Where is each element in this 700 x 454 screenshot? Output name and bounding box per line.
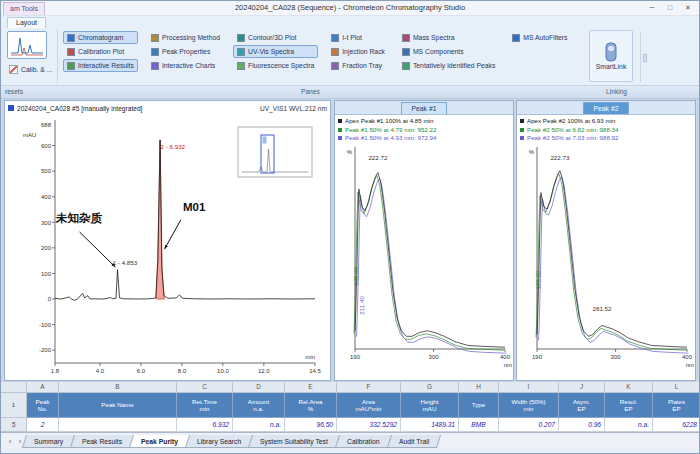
header-cell[interactable]: Peak Name xyxy=(59,393,177,418)
sheet-tab-peak-purity[interactable]: Peak Purity xyxy=(129,435,190,448)
cell-resol[interactable]: n.a. xyxy=(605,418,653,432)
svg-text:500: 500 xyxy=(41,168,52,174)
maximize-button[interactable]: □ xyxy=(662,2,678,14)
ribbon-toggle-calibration-plot[interactable]: Calibration Plot xyxy=(63,45,138,58)
row-number[interactable]: 5 xyxy=(1,418,27,432)
col-letter[interactable]: E xyxy=(285,382,337,393)
ribbon-toggle-contour-3d-plot[interactable]: Contour/3D Plot xyxy=(233,31,318,44)
fluorescence-spectra-icon xyxy=(237,62,245,70)
sheet-tab-summary[interactable]: Summary xyxy=(22,435,75,448)
col-letter[interactable]: L xyxy=(653,382,700,393)
sheet-tab-audit-trail[interactable]: Audit Trail xyxy=(387,435,441,448)
ribbon-toggle-peak-properties[interactable]: Peak Properties xyxy=(147,45,224,58)
calib-button[interactable]: Calib. & ... xyxy=(5,62,56,76)
cell-ret-time[interactable]: 6.932 xyxy=(177,418,233,432)
col-letter[interactable]: C xyxy=(177,382,233,393)
col-letter[interactable]: H xyxy=(459,382,499,393)
col-letter[interactable]: I xyxy=(499,382,559,393)
chromatogram-preview-button[interactable] xyxy=(7,31,47,59)
cell-height[interactable]: 1489.31 xyxy=(401,418,459,432)
header-cell[interactable]: Ret.Timemin xyxy=(177,393,233,418)
peak1-tab[interactable]: Peak #1 xyxy=(401,102,448,114)
cell-rel-area[interactable]: 96.50 xyxy=(285,418,337,432)
header-cell[interactable]: Asym.EP xyxy=(559,393,605,418)
ribbon-toggle-ms-components[interactable]: MS Components xyxy=(398,45,499,58)
svg-text:14.5: 14.5 xyxy=(309,368,321,374)
header-cell[interactable]: Type xyxy=(459,393,499,418)
svg-text:4.0: 4.0 xyxy=(96,368,105,374)
app-window: am Tools 20240204_CA028 (Sequence) - Chr… xyxy=(0,0,700,454)
header-cell[interactable]: AreamAU*min xyxy=(337,393,401,418)
peak1-spectrum-plot[interactable]: %190300400nm222.72195.96211.40 xyxy=(335,143,513,380)
col-letter[interactable]: K xyxy=(605,382,653,393)
ribbon-toggle-processing-method[interactable]: Processing Method xyxy=(147,31,224,44)
cell-peak-name[interactable] xyxy=(59,418,177,432)
ribbon-toggle-interactive-results[interactable]: Interactive Results xyxy=(63,59,138,72)
apex-spectrum-label: Apex Peak #2 100% at 6.93 min xyxy=(527,117,615,124)
col-letter[interactable]: J xyxy=(559,382,605,393)
svg-text:-100: -100 xyxy=(39,322,52,328)
svg-text:%: % xyxy=(347,149,353,155)
ribbon-toggle-uv-vis-spectra[interactable]: UV-Vis Spectra xyxy=(233,45,318,58)
col-letter[interactable]: B xyxy=(59,382,177,393)
chromatogram-icon xyxy=(67,34,75,42)
svg-text:400: 400 xyxy=(500,354,511,360)
ribbon-toggle-tentatively-identified-peaks[interactable]: Tentatively Identified Peaks xyxy=(398,59,499,72)
header-cell[interactable]: Resol.EP xyxy=(605,393,653,418)
cell-peak-no[interactable]: 2 xyxy=(27,418,59,432)
corner-cell[interactable] xyxy=(1,382,27,393)
cell-area[interactable]: 332.5292 xyxy=(337,418,401,432)
header-cell[interactable]: PlatesEP xyxy=(653,393,700,418)
cell-plates[interactable]: 6228 xyxy=(653,418,700,432)
svg-text:-200: -200 xyxy=(39,347,52,353)
ribbon-toggle-mass-spectra[interactable]: Mass Spectra xyxy=(398,31,499,44)
smartlink-button[interactable]: SmartLink xyxy=(589,30,633,82)
header-cell[interactable]: Rel.Area% xyxy=(285,393,337,418)
injection-color-square xyxy=(8,105,14,111)
ribbon-toggle-injection-rack[interactable]: Injection Rack xyxy=(327,45,389,58)
sheet-tab-system-suitability-test[interactable]: System Suitability Test xyxy=(248,435,340,448)
ribbon-toggle-chromatogram[interactable]: Chromatogram xyxy=(63,31,138,44)
sheet-tab-calibration[interactable]: Calibration xyxy=(335,435,392,448)
svg-text:M01: M01 xyxy=(183,201,206,213)
col-letter[interactable]: G xyxy=(401,382,459,393)
peak2-spectrum-plot[interactable]: %190300400nm222.73195.60281.52 xyxy=(517,143,695,380)
ribbon-toggle-i-t-plot[interactable]: I-t Plot xyxy=(327,31,389,44)
header-cell[interactable]: PeakNo. xyxy=(27,393,59,418)
header-cell[interactable]: HeightmAU xyxy=(401,393,459,418)
ribbon-toggle-fraction-tray[interactable]: Fraction Tray xyxy=(327,59,389,72)
cell-asym[interactable]: 0.96 xyxy=(559,418,605,432)
ribbon-toggle-fluorescence-spectra[interactable]: Fluorescence Spectra xyxy=(233,59,318,72)
ribbon-toggles: Chromatogram Calibration Plot Interactiv… xyxy=(63,31,572,72)
col-letter[interactable]: D xyxy=(233,382,285,393)
cell-type[interactable]: BMB xyxy=(459,418,499,432)
injection-rack-icon xyxy=(331,48,339,56)
smartlink-dropdown[interactable] xyxy=(643,54,647,62)
minimize-button[interactable]: ─ xyxy=(644,2,660,14)
row-number[interactable]: 1 xyxy=(1,393,27,418)
cell-width[interactable]: 0.207 xyxy=(499,418,559,432)
sheet-tab-library-search[interactable]: Library Search xyxy=(185,435,253,448)
sheet-nav-prev[interactable]: ‹ xyxy=(5,437,15,446)
ribbon-toggle-interactive-charts[interactable]: Interactive Charts xyxy=(147,59,224,72)
downslope-spectrum-label: Peak #2 50% at 7.03 min: 988.92 xyxy=(527,134,619,141)
upslope-spectrum-label: Peak #2 50% at 6.82 min: 988.34 xyxy=(527,126,619,133)
chromatogram-preview-icon xyxy=(9,33,45,57)
sheet-tab-peak-results[interactable]: Peak Results xyxy=(70,435,134,448)
peak2-tab[interactable]: Peak #2 xyxy=(583,102,630,114)
col-letter[interactable]: F xyxy=(337,382,401,393)
uv-vis-spectra-icon xyxy=(237,48,245,56)
i-t-plot-icon xyxy=(331,34,339,42)
peak-properties-icon xyxy=(151,48,159,56)
close-button[interactable]: ✕ xyxy=(680,2,696,14)
chromatogram-panel: 20240204_CA028 #5 [manually integrated] … xyxy=(4,100,331,381)
svg-text:300: 300 xyxy=(41,220,52,226)
header-cell[interactable]: Amountn.a. xyxy=(233,393,285,418)
header-cell[interactable]: Width (50%)min xyxy=(499,393,559,418)
tab-layout[interactable]: Layout xyxy=(7,17,46,28)
chromatogram-plot[interactable]: 688mAU6005004003002001000-100-2001.84.06… xyxy=(5,115,330,380)
ribbon-toggle-ms-autofilters[interactable]: MS AutoFilters xyxy=(508,31,571,44)
col-letter[interactable]: A xyxy=(27,382,59,393)
ms-components-icon xyxy=(402,48,410,56)
cell-amount[interactable]: n.a. xyxy=(233,418,285,432)
